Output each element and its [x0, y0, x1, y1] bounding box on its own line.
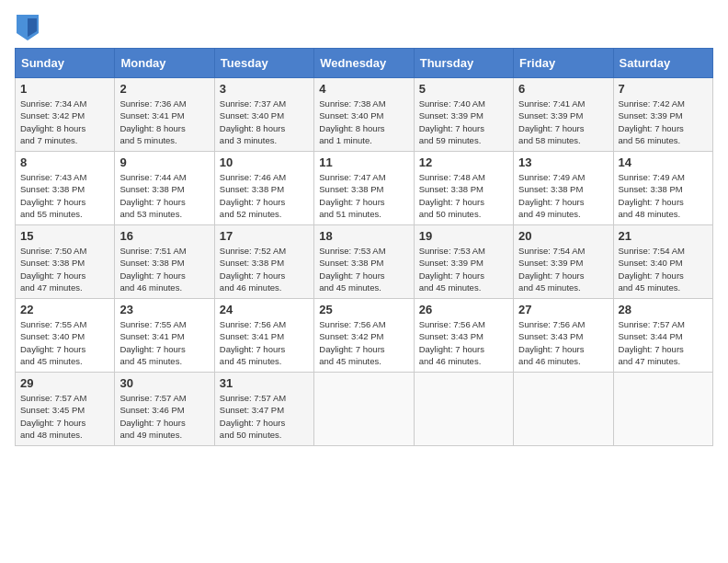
day-number: 10 — [220, 155, 309, 169]
calendar-cell — [613, 373, 712, 446]
calendar-table: SundayMondayTuesdayWednesdayThursdayFrid… — [15, 48, 713, 446]
calendar-week-1: 1Sunrise: 7:34 AMSunset: 3:42 PMDaylight… — [16, 78, 713, 152]
calendar-cell: 29Sunrise: 7:57 AMSunset: 3:45 PMDayligh… — [16, 373, 115, 446]
calendar-cell: 22Sunrise: 7:55 AMSunset: 3:40 PMDayligh… — [16, 299, 115, 373]
calendar-cell: 24Sunrise: 7:56 AMSunset: 3:41 PMDayligh… — [214, 299, 313, 373]
day-info: Sunrise: 7:52 AMSunset: 3:38 PMDaylight:… — [220, 245, 309, 293]
calendar-cell: 12Sunrise: 7:48 AMSunset: 3:38 PMDayligh… — [414, 152, 513, 225]
day-number: 6 — [518, 82, 608, 96]
header-saturday: Saturday — [613, 49, 712, 78]
day-info: Sunrise: 7:42 AMSunset: 3:39 PMDaylight:… — [619, 98, 708, 146]
calendar-cell — [514, 373, 613, 446]
day-number: 19 — [419, 229, 508, 243]
day-number: 30 — [119, 376, 209, 390]
calendar-week-3: 15Sunrise: 7:50 AMSunset: 3:38 PMDayligh… — [16, 225, 713, 299]
day-number: 4 — [319, 82, 408, 96]
day-number: 14 — [619, 155, 708, 169]
day-info: Sunrise: 7:57 AMSunset: 3:46 PMDaylight:… — [119, 392, 209, 441]
day-info: Sunrise: 7:56 AMSunset: 3:43 PMDaylight:… — [419, 318, 508, 367]
calendar-week-5: 29Sunrise: 7:57 AMSunset: 3:45 PMDayligh… — [16, 373, 713, 446]
day-info: Sunrise: 7:55 AMSunset: 3:40 PMDaylight:… — [20, 318, 109, 367]
calendar-cell: 6Sunrise: 7:41 AMSunset: 3:39 PMDaylight… — [514, 78, 613, 152]
calendar-week-4: 22Sunrise: 7:55 AMSunset: 3:40 PMDayligh… — [16, 299, 713, 373]
day-number: 22 — [20, 303, 109, 316]
calendar-cell: 3Sunrise: 7:37 AMSunset: 3:40 PMDaylight… — [214, 78, 313, 152]
calendar-cell: 17Sunrise: 7:52 AMSunset: 3:38 PMDayligh… — [214, 225, 313, 299]
day-info: Sunrise: 7:49 AMSunset: 3:38 PMDaylight:… — [518, 171, 608, 220]
calendar-cell: 28Sunrise: 7:57 AMSunset: 3:44 PMDayligh… — [613, 299, 712, 373]
day-number: 5 — [419, 82, 508, 96]
day-number: 11 — [319, 155, 408, 169]
calendar-cell: 30Sunrise: 7:57 AMSunset: 3:46 PMDayligh… — [115, 373, 214, 446]
calendar-cell: 27Sunrise: 7:56 AMSunset: 3:43 PMDayligh… — [514, 299, 613, 373]
day-info: Sunrise: 7:56 AMSunset: 3:42 PMDaylight:… — [319, 318, 408, 367]
calendar-cell: 7Sunrise: 7:42 AMSunset: 3:39 PMDaylight… — [613, 78, 712, 152]
calendar-cell: 10Sunrise: 7:46 AMSunset: 3:38 PMDayligh… — [214, 152, 313, 225]
day-info: Sunrise: 7:50 AMSunset: 3:38 PMDaylight:… — [20, 245, 109, 293]
calendar-cell: 4Sunrise: 7:38 AMSunset: 3:40 PMDaylight… — [314, 78, 414, 152]
day-number: 18 — [319, 229, 408, 243]
calendar-cell: 1Sunrise: 7:34 AMSunset: 3:42 PMDaylight… — [16, 78, 115, 152]
day-info: Sunrise: 7:57 AMSunset: 3:45 PMDaylight:… — [20, 392, 109, 441]
day-info: Sunrise: 7:54 AMSunset: 3:39 PMDaylight:… — [518, 245, 608, 293]
calendar-cell — [314, 373, 414, 446]
calendar-cell: 8Sunrise: 7:43 AMSunset: 3:38 PMDaylight… — [16, 152, 115, 225]
calendar-cell: 26Sunrise: 7:56 AMSunset: 3:43 PMDayligh… — [414, 299, 513, 373]
calendar-cell: 16Sunrise: 7:51 AMSunset: 3:38 PMDayligh… — [115, 225, 214, 299]
day-number: 31 — [220, 376, 309, 390]
calendar-header-row: SundayMondayTuesdayWednesdayThursdayFrid… — [16, 49, 713, 78]
header-friday: Friday — [514, 49, 613, 78]
day-info: Sunrise: 7:36 AMSunset: 3:41 PMDaylight:… — [119, 98, 209, 146]
day-info: Sunrise: 7:55 AMSunset: 3:41 PMDaylight:… — [119, 318, 209, 367]
calendar-cell: 11Sunrise: 7:47 AMSunset: 3:38 PMDayligh… — [314, 152, 414, 225]
day-info: Sunrise: 7:43 AMSunset: 3:38 PMDaylight:… — [20, 171, 109, 220]
day-number: 20 — [518, 229, 608, 243]
day-info: Sunrise: 7:44 AMSunset: 3:38 PMDaylight:… — [119, 171, 209, 220]
day-number: 16 — [119, 229, 209, 243]
calendar-cell: 13Sunrise: 7:49 AMSunset: 3:38 PMDayligh… — [514, 152, 613, 225]
day-number: 26 — [419, 303, 508, 316]
day-info: Sunrise: 7:38 AMSunset: 3:40 PMDaylight:… — [319, 98, 408, 146]
logo — [15, 15, 39, 40]
day-number: 27 — [518, 303, 608, 316]
day-number: 17 — [220, 229, 309, 243]
day-number: 13 — [518, 155, 608, 169]
calendar-cell: 19Sunrise: 7:53 AMSunset: 3:39 PMDayligh… — [414, 225, 513, 299]
calendar-cell: 18Sunrise: 7:53 AMSunset: 3:38 PMDayligh… — [314, 225, 414, 299]
calendar-week-2: 8Sunrise: 7:43 AMSunset: 3:38 PMDaylight… — [16, 152, 713, 225]
header-sunday: Sunday — [16, 49, 115, 78]
header-thursday: Thursday — [414, 49, 513, 78]
day-info: Sunrise: 7:57 AMSunset: 3:44 PMDaylight:… — [619, 318, 708, 367]
day-number: 7 — [619, 82, 708, 96]
day-number: 15 — [20, 229, 109, 243]
calendar-cell: 5Sunrise: 7:40 AMSunset: 3:39 PMDaylight… — [414, 78, 513, 152]
day-info: Sunrise: 7:37 AMSunset: 3:40 PMDaylight:… — [220, 98, 309, 146]
day-number: 9 — [119, 155, 209, 169]
calendar-cell: 14Sunrise: 7:49 AMSunset: 3:38 PMDayligh… — [613, 152, 712, 225]
day-info: Sunrise: 7:57 AMSunset: 3:47 PMDaylight:… — [220, 392, 309, 441]
day-info: Sunrise: 7:51 AMSunset: 3:38 PMDaylight:… — [119, 245, 209, 293]
day-info: Sunrise: 7:56 AMSunset: 3:43 PMDaylight:… — [518, 318, 608, 367]
calendar-cell: 21Sunrise: 7:54 AMSunset: 3:40 PMDayligh… — [613, 225, 712, 299]
logo-icon — [17, 15, 39, 40]
calendar-cell: 25Sunrise: 7:56 AMSunset: 3:42 PMDayligh… — [314, 299, 414, 373]
day-info: Sunrise: 7:53 AMSunset: 3:38 PMDaylight:… — [319, 245, 408, 293]
day-info: Sunrise: 7:49 AMSunset: 3:38 PMDaylight:… — [619, 171, 708, 220]
calendar-cell: 9Sunrise: 7:44 AMSunset: 3:38 PMDaylight… — [115, 152, 214, 225]
calendar-cell: 2Sunrise: 7:36 AMSunset: 3:41 PMDaylight… — [115, 78, 214, 152]
day-info: Sunrise: 7:40 AMSunset: 3:39 PMDaylight:… — [419, 98, 508, 146]
day-number: 23 — [119, 303, 209, 316]
header-wednesday: Wednesday — [314, 49, 414, 78]
calendar-cell: 15Sunrise: 7:50 AMSunset: 3:38 PMDayligh… — [16, 225, 115, 299]
day-number: 3 — [220, 82, 309, 96]
day-info: Sunrise: 7:48 AMSunset: 3:38 PMDaylight:… — [419, 171, 508, 220]
day-number: 21 — [619, 229, 708, 243]
page-header — [15, 15, 713, 40]
day-number: 2 — [119, 82, 209, 96]
day-number: 28 — [619, 303, 708, 316]
calendar-cell: 20Sunrise: 7:54 AMSunset: 3:39 PMDayligh… — [514, 225, 613, 299]
day-info: Sunrise: 7:46 AMSunset: 3:38 PMDaylight:… — [220, 171, 309, 220]
day-info: Sunrise: 7:34 AMSunset: 3:42 PMDaylight:… — [20, 98, 109, 146]
day-info: Sunrise: 7:41 AMSunset: 3:39 PMDaylight:… — [518, 98, 608, 146]
day-info: Sunrise: 7:56 AMSunset: 3:41 PMDaylight:… — [220, 318, 309, 367]
